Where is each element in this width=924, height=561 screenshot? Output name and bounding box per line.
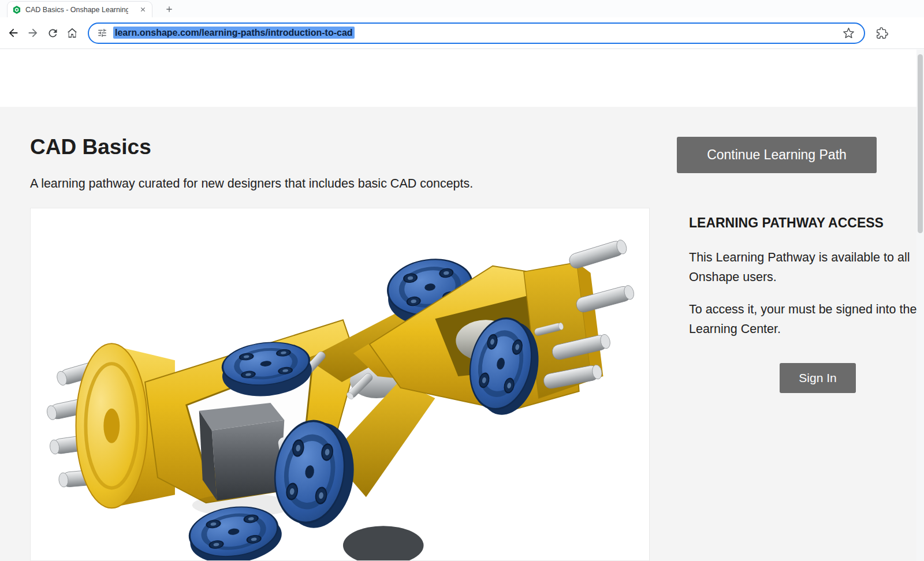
vertical-scrollbar	[916, 50, 924, 561]
address-bar[interactable]: learn.onshape.com/learning-paths/introdu…	[88, 23, 865, 44]
tab-close-button[interactable]	[138, 5, 147, 14]
new-tab-button[interactable]	[163, 3, 176, 16]
tab-strip: CAD Basics - Onshape Learning	[0, 0, 924, 17]
reload-button[interactable]	[43, 23, 62, 43]
scrollbar-thumb[interactable]	[918, 54, 923, 233]
browser-window: CAD Basics - Onshape Learning	[0, 0, 924, 561]
sign-in-button[interactable]: Sign In	[780, 363, 856, 393]
site-settings-tune-icon[interactable]	[97, 28, 107, 38]
forward-button[interactable]	[23, 23, 43, 43]
onshape-favicon-icon	[12, 5, 21, 14]
access-p1-line1: This Learning Pathway is available to al…	[689, 248, 910, 267]
back-button[interactable]	[3, 23, 23, 43]
access-paragraph-1: This Learning Pathway is available to al…	[689, 248, 910, 287]
star-icon	[843, 27, 855, 39]
page-content: CAD Basics A learning pathway curated fo…	[0, 107, 924, 561]
page-subtitle: A learning pathway curated for new desig…	[30, 177, 473, 191]
reload-icon	[47, 27, 59, 39]
access-p2-line2: Learning Center.	[689, 319, 916, 339]
access-heading: LEARNING PATHWAY ACCESS	[689, 215, 884, 231]
browser-toolbar: learn.onshape.com/learning-paths/introdu…	[0, 17, 924, 49]
plus-icon	[165, 5, 173, 13]
site-header: onshape® by ptc MY DASHBOARD	[0, 50, 924, 107]
continue-learning-path-button[interactable]: Continue Learning Path	[677, 137, 877, 173]
home-button[interactable]	[62, 23, 82, 43]
close-icon	[140, 6, 146, 13]
home-icon	[66, 27, 79, 39]
tab-title: CAD Basics - Onshape Learning	[25, 6, 128, 14]
universal-joint-illustration	[31, 208, 649, 560]
cad-model-image	[30, 208, 650, 561]
access-p1-line2: Onshape users.	[689, 267, 910, 287]
page-title: CAD Basics	[30, 135, 151, 159]
back-arrow-icon	[7, 27, 20, 39]
puzzle-extension-icon	[876, 27, 888, 39]
access-p2-line1: To access it, your must be signed into t…	[689, 300, 916, 319]
forward-arrow-icon	[27, 27, 39, 39]
bookmark-star-button[interactable]	[841, 25, 856, 40]
browser-tab[interactable]: CAD Basics - Onshape Learning	[7, 1, 152, 17]
url-text: learn.onshape.com/learning-paths/introdu…	[113, 28, 355, 38]
extensions-button[interactable]	[873, 24, 891, 42]
access-paragraph-2: To access it, your must be signed into t…	[689, 300, 916, 339]
